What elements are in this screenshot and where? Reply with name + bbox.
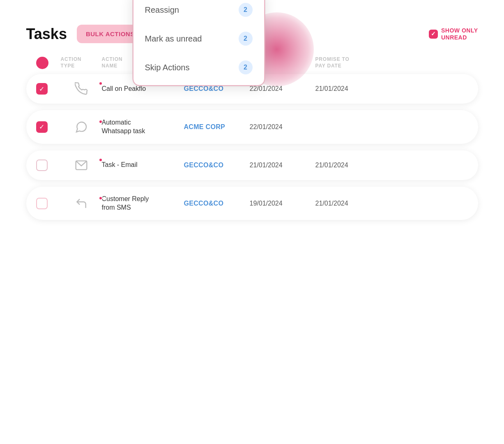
- checkbox-unchecked[interactable]: [36, 160, 48, 171]
- date: 21/01/2024: [250, 162, 315, 169]
- dropdown-item-label: Reassign: [145, 5, 179, 15]
- task-list: ✓ Call on Peakflo GECCO&CO 22/01/2024 21…: [26, 74, 478, 220]
- table-row: Task - Email GECCO&CO 21/01/2024 21/01/2…: [26, 150, 478, 180]
- dropdown-item-count: 2: [239, 32, 253, 46]
- action-type-icon: [61, 82, 102, 95]
- checkbox-checked-icon[interactable]: ✓: [36, 83, 48, 95]
- customer-name[interactable]: ACME CORP: [184, 123, 250, 131]
- col-header-promise-date: PROMISE TOPAY DATE: [315, 56, 381, 69]
- show-only-unread-label: SHOW ONLYUNREAD: [441, 27, 478, 41]
- dropdown-item-label: Skip Actions: [145, 63, 190, 72]
- action-name: AutomaticWhatsapp task: [102, 118, 184, 136]
- bulk-actions-label: BULK ACTIONS: [86, 30, 135, 37]
- dropdown-item-reassign[interactable]: Reassign 2: [133, 0, 264, 24]
- page-container: Reassign 2 Mark as unread 2 Skip Actions…: [26, 25, 478, 220]
- show-unread-checkbox[interactable]: ✓: [429, 30, 438, 39]
- row-checkbox[interactable]: [36, 160, 61, 171]
- customer-name[interactable]: GECCO&CO: [184, 162, 250, 169]
- customer-name[interactable]: GECCO&CO: [184, 200, 250, 207]
- col-header-action-type: ACTIONTYPE: [61, 56, 102, 69]
- action-type-icon: [61, 159, 102, 172]
- date: 22/01/2024: [250, 85, 315, 92]
- row-checkbox[interactable]: ✓: [36, 83, 61, 95]
- unread-dot: [99, 158, 103, 162]
- promise-date: 21/01/2024: [315, 85, 381, 92]
- phone-icon: [75, 82, 88, 95]
- checkbox-checked-icon[interactable]: ✓: [36, 121, 48, 133]
- unread-dot: [99, 120, 103, 124]
- unread-dot: [99, 196, 103, 200]
- action-name: Task - Email: [102, 161, 184, 169]
- reply-icon: [75, 197, 88, 210]
- dropdown-item-count: 2: [239, 60, 253, 74]
- row-checkbox[interactable]: [36, 198, 61, 209]
- table-row: Customer Replyfrom SMS GECCO&CO 19/01/20…: [26, 187, 478, 220]
- action-type-icon: [61, 120, 102, 134]
- whatsapp-icon: [75, 120, 88, 134]
- select-all-circle[interactable]: [36, 57, 48, 69]
- unread-dot: [99, 81, 103, 86]
- row-checkbox[interactable]: ✓: [36, 121, 61, 133]
- dropdown-item-label: Mark as unread: [145, 34, 202, 44]
- promise-date: 21/01/2024: [315, 200, 381, 207]
- action-name: Call on Peakflo: [102, 85, 184, 93]
- dropdown-item-skip-actions[interactable]: Skip Actions 2: [133, 53, 264, 82]
- bulk-actions-dropdown: Reassign 2 Mark as unread 2 Skip Actions…: [133, 0, 265, 86]
- dropdown-item-count: 2: [239, 3, 253, 17]
- date: 19/01/2024: [250, 200, 315, 207]
- table-row: ✓ AutomaticWhatsapp task ACME CORP 22/01…: [26, 110, 478, 144]
- show-only-unread[interactable]: ✓ SHOW ONLYUNREAD: [429, 27, 478, 41]
- page-title: Tasks: [26, 25, 67, 43]
- email-icon: [75, 159, 88, 172]
- customer-name[interactable]: GECCO&CO: [184, 85, 250, 92]
- date: 22/01/2024: [250, 123, 315, 131]
- checkbox-unchecked[interactable]: [36, 198, 48, 209]
- promise-date: 21/01/2024: [315, 162, 381, 169]
- dropdown-item-mark-unread[interactable]: Mark as unread 2: [133, 24, 264, 53]
- col-header-select: [36, 57, 61, 69]
- action-name: Customer Replyfrom SMS: [102, 195, 184, 212]
- action-type-icon: [61, 197, 102, 210]
